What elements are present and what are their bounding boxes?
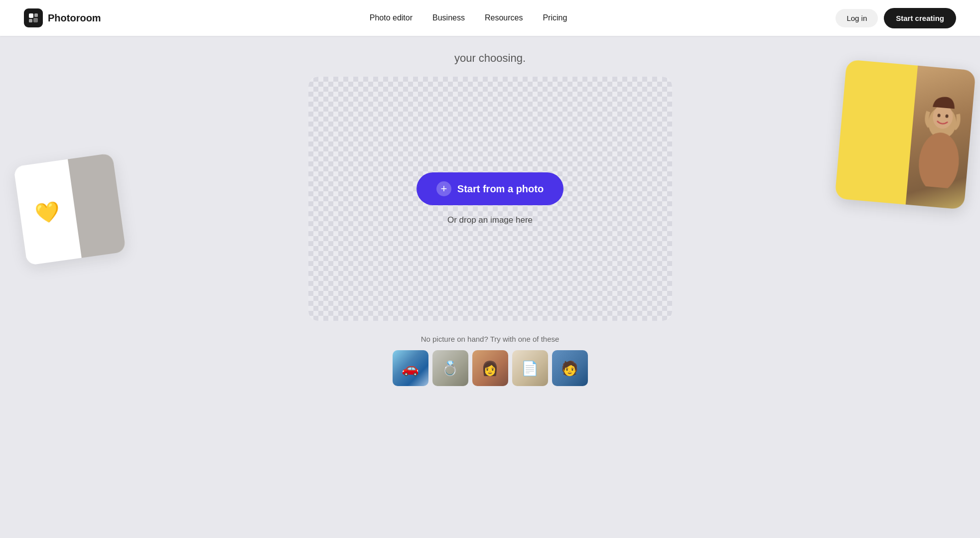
dropzone-inner: + Start from a photo Or drop an image he… [308, 77, 672, 321]
start-creating-button[interactable]: Start creating [884, 8, 956, 28]
card-right-yellow-half [835, 59, 918, 204]
svg-rect-2 [29, 19, 32, 22]
earrings-icon: 💛 [33, 199, 61, 226]
sample-thumb-earrings[interactable] [432, 350, 468, 386]
sample-thumb-man[interactable] [552, 350, 588, 386]
card-right-photo-half [906, 66, 976, 210]
nav-pricing[interactable]: Pricing [543, 13, 567, 22]
floating-card-right [835, 59, 976, 210]
sample-thumbnails [393, 350, 588, 386]
nav-business[interactable]: Business [432, 13, 465, 22]
hero-subtitle: your choosing. [454, 52, 526, 65]
svg-rect-0 [29, 13, 33, 18]
plus-icon: + [436, 181, 451, 196]
brand-name: Photoroom [48, 12, 101, 24]
sample-thumb-car[interactable] [393, 350, 428, 386]
nav-resources[interactable]: Resources [485, 13, 523, 22]
nav-photo-editor[interactable]: Photo editor [370, 13, 413, 22]
navbar: Photoroom Photo editor Business Resource… [0, 0, 980, 36]
login-button[interactable]: Log in [836, 9, 878, 27]
svg-rect-3 [33, 18, 38, 22]
upload-button-label: Start from a photo [457, 183, 544, 195]
sample-thumb-paper[interactable] [512, 350, 548, 386]
logo-icon [24, 8, 43, 27]
sample-section: No picture on hand? Try with one of thes… [393, 335, 588, 386]
drop-hint-text: Or drop an image here [447, 215, 533, 225]
dropzone-container[interactable]: + Start from a photo Or drop an image he… [308, 77, 672, 321]
svg-point-5 [916, 131, 961, 189]
main-nav: Photo editor Business Resources Pricing [370, 13, 567, 22]
sample-thumb-person[interactable] [472, 350, 508, 386]
main-content: your choosing. + Start from a photo Or d… [0, 0, 980, 538]
navbar-actions: Log in Start creating [836, 8, 956, 28]
logo-link[interactable]: Photoroom [24, 8, 101, 27]
svg-rect-1 [34, 13, 38, 17]
sample-hint-text: No picture on hand? Try with one of thes… [421, 335, 560, 343]
upload-button[interactable]: + Start from a photo [417, 172, 563, 205]
floating-card-left: 💛 [13, 153, 126, 266]
